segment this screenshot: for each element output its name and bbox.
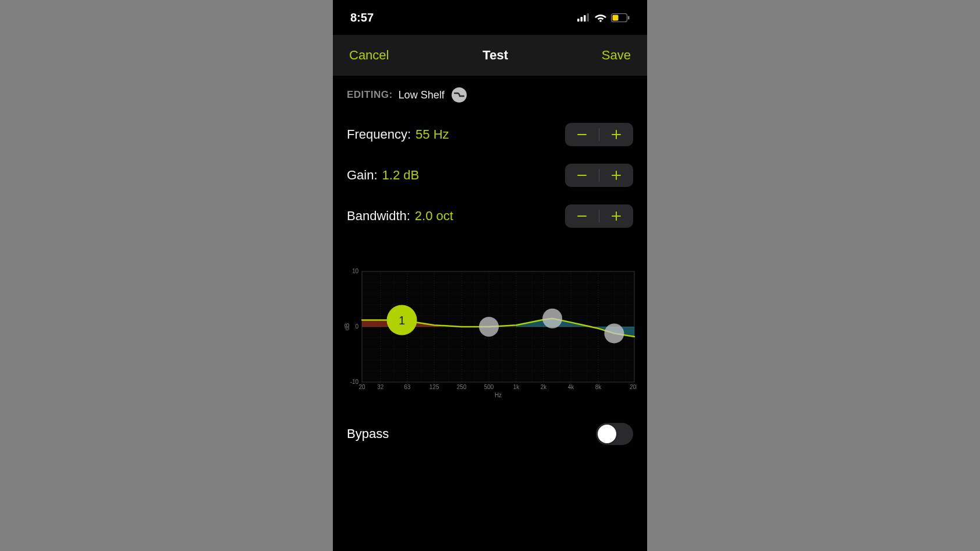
- svg-rect-16: [616, 211, 617, 221]
- plus-icon: [610, 129, 622, 140]
- plus-icon: [610, 210, 622, 222]
- bandwidth-plus-button[interactable]: [599, 204, 633, 228]
- wifi-icon: [594, 13, 607, 22]
- svg-point-70: [604, 323, 624, 343]
- svg-text:20k: 20k: [630, 384, 637, 390]
- frequency-plus-button[interactable]: [599, 123, 633, 146]
- battery-icon: [611, 13, 630, 22]
- eq-chart[interactable]: 2032631252505001k2k4k8k20k-10010dBHz1: [333, 236, 647, 411]
- svg-rect-1: [581, 17, 583, 22]
- bypass-label: Bypass: [347, 426, 389, 441]
- frequency-label: Frequency:: [347, 127, 411, 142]
- editing-label: EDITING:: [347, 89, 393, 101]
- bandwidth-row: Bandwidth: 2.0 oct: [347, 196, 633, 236]
- svg-point-69: [542, 309, 562, 329]
- nav-bar: Cancel Test Save: [333, 35, 647, 76]
- eq-params: Frequency: 55 Hz Gain: 1.2 dB: [333, 108, 647, 236]
- minus-icon: [576, 169, 588, 181]
- svg-text:4k: 4k: [568, 384, 575, 390]
- editing-row: EDITING: Low Shelf: [333, 76, 647, 108]
- gain-plus-button[interactable]: [599, 164, 633, 187]
- frequency-row: Frequency: 55 Hz: [347, 114, 633, 155]
- svg-text:20: 20: [358, 384, 365, 390]
- frequency-stepper: [565, 123, 633, 146]
- toggle-knob: [598, 425, 616, 443]
- gain-minus-button[interactable]: [565, 164, 599, 187]
- svg-text:250: 250: [457, 384, 467, 390]
- svg-text:Hz: Hz: [495, 392, 502, 398]
- svg-point-4: [599, 20, 602, 22]
- svg-rect-7: [613, 15, 619, 20]
- bandwidth-label: Bandwidth:: [347, 209, 410, 224]
- svg-text:8k: 8k: [595, 384, 602, 390]
- status-icons: [577, 13, 630, 22]
- svg-text:2k: 2k: [541, 384, 548, 390]
- gain-value: 1.2 dB: [382, 168, 420, 183]
- svg-text:0: 0: [355, 323, 358, 330]
- svg-text:-10: -10: [350, 379, 359, 385]
- frequency-minus-button[interactable]: [565, 123, 599, 146]
- plus-icon: [610, 169, 622, 181]
- status-time: 8:57: [350, 11, 374, 24]
- svg-text:1: 1: [399, 314, 405, 327]
- svg-rect-14: [577, 216, 587, 217]
- cancel-button[interactable]: Cancel: [349, 48, 389, 63]
- svg-rect-2: [584, 15, 586, 22]
- svg-text:500: 500: [484, 384, 494, 390]
- bandwidth-minus-button[interactable]: [565, 204, 599, 228]
- bandwidth-stepper: [565, 204, 633, 228]
- svg-text:10: 10: [352, 268, 359, 274]
- low-shelf-icon: [452, 87, 467, 103]
- svg-rect-3: [587, 13, 590, 22]
- svg-rect-6: [628, 16, 630, 19]
- svg-text:dB: dB: [344, 323, 350, 331]
- svg-rect-13: [616, 171, 617, 180]
- svg-text:63: 63: [404, 384, 411, 390]
- bypass-toggle[interactable]: [596, 423, 633, 445]
- gain-label: Gain:: [347, 168, 378, 183]
- svg-rect-8: [577, 134, 587, 135]
- bypass-row: Bypass: [333, 411, 647, 445]
- minus-icon: [576, 129, 588, 140]
- svg-text:1k: 1k: [513, 384, 520, 390]
- gain-stepper: [565, 164, 633, 187]
- minus-icon: [576, 210, 588, 222]
- save-button[interactable]: Save: [602, 48, 631, 63]
- svg-rect-10: [616, 130, 617, 139]
- svg-rect-0: [577, 19, 580, 22]
- svg-point-68: [479, 317, 499, 337]
- bandwidth-value: 2.0 oct: [415, 209, 453, 224]
- svg-rect-11: [577, 175, 587, 176]
- cellular-icon: [577, 13, 590, 22]
- status-bar: 8:57: [333, 0, 647, 35]
- svg-text:125: 125: [429, 384, 439, 390]
- gain-row: Gain: 1.2 dB: [347, 155, 633, 196]
- page-title: Test: [482, 48, 508, 63]
- editing-filter-type: Low Shelf: [399, 89, 445, 101]
- svg-text:32: 32: [377, 384, 384, 390]
- phone-screen: 8:57 Cancel Test Save: [333, 0, 647, 551]
- frequency-value: 55 Hz: [416, 127, 449, 142]
